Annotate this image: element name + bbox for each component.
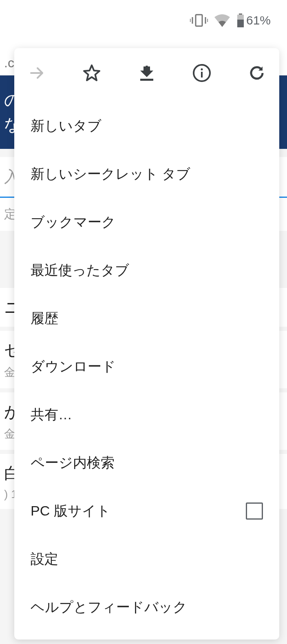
reload-icon [248, 64, 266, 82]
menu-item-history[interactable]: 履歴 [14, 294, 279, 343]
svg-rect-8 [140, 79, 153, 81]
download-icon [138, 64, 156, 82]
menu-item-recent-tabs[interactable]: 最近使ったタブ [14, 246, 279, 294]
reload-button[interactable] [247, 63, 267, 83]
menu-item-desktop-site[interactable]: PC 版サイト [14, 487, 279, 535]
info-button[interactable] [192, 63, 212, 83]
svg-rect-5 [239, 13, 242, 15]
menu-item-label: 共有… [31, 405, 72, 424]
info-icon [192, 64, 211, 82]
menu-item-label: PC 版サイト [31, 502, 110, 520]
menu-item-label: ブックマーク [31, 213, 116, 232]
desktop-site-checkbox[interactable] [246, 502, 263, 520]
menu-item-label: 新しいタブ [31, 117, 102, 135]
menu-item-label: ダウンロード [31, 357, 116, 376]
forward-arrow-icon [28, 64, 46, 82]
svg-rect-11 [201, 72, 203, 77]
chrome-menu-popup: 新しいタブ 新しいシークレット タブ ブックマーク 最近使ったタブ 履歴 ダウン… [14, 48, 279, 640]
menu-list: 新しいタブ 新しいシークレット タブ ブックマーク 最近使ったタブ 履歴 ダウン… [14, 98, 279, 640]
menu-item-label: ページ内検索 [31, 454, 115, 472]
menu-item-label: ヘルプとフィードバック [31, 598, 187, 617]
battery-indicator: 61% [236, 13, 271, 27]
battery-percent: 61% [246, 13, 271, 27]
menu-item-help[interactable]: ヘルプとフィードバック [14, 583, 279, 631]
menu-toolbar [14, 48, 279, 98]
menu-item-bookmarks[interactable]: ブックマーク [14, 198, 279, 246]
svg-point-10 [201, 69, 203, 71]
svg-rect-7 [237, 20, 244, 27]
menu-item-label: 設定 [31, 550, 58, 569]
menu-item-share[interactable]: 共有… [14, 391, 279, 439]
menu-item-settings[interactable]: 設定 [14, 535, 279, 583]
menu-item-new-incognito[interactable]: 新しいシークレット タブ [14, 150, 279, 198]
menu-item-label: 履歴 [31, 309, 58, 328]
vibrate-icon [190, 13, 208, 28]
menu-item-new-tab[interactable]: 新しいタブ [14, 102, 279, 150]
status-bar: 61% [190, 0, 287, 41]
download-button[interactable] [137, 63, 157, 83]
battery-icon [236, 13, 245, 27]
forward-button[interactable] [26, 63, 47, 83]
star-icon [82, 64, 101, 82]
wifi-icon [214, 14, 230, 27]
menu-item-label: 最近使ったタブ [31, 261, 129, 280]
svg-rect-0 [196, 15, 202, 26]
menu-item-downloads[interactable]: ダウンロード [14, 343, 279, 391]
bookmark-button[interactable] [82, 63, 102, 83]
menu-item-label: 新しいシークレット タブ [31, 165, 190, 184]
menu-item-find-in-page[interactable]: ページ内検索 [14, 439, 279, 487]
